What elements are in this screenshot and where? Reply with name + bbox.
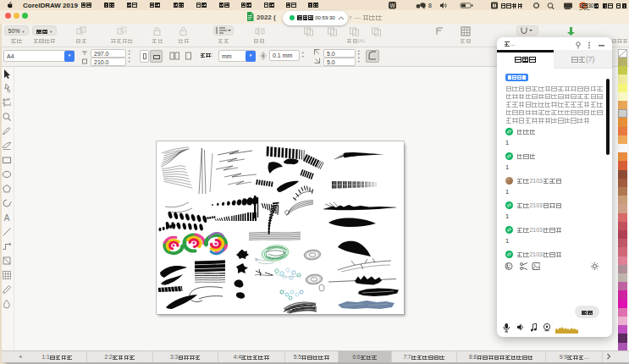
svg-text:8: 8 <box>428 3 432 8</box>
svg-text:W: W <box>389 3 395 8</box>
svg-text:A: A <box>4 213 10 223</box>
